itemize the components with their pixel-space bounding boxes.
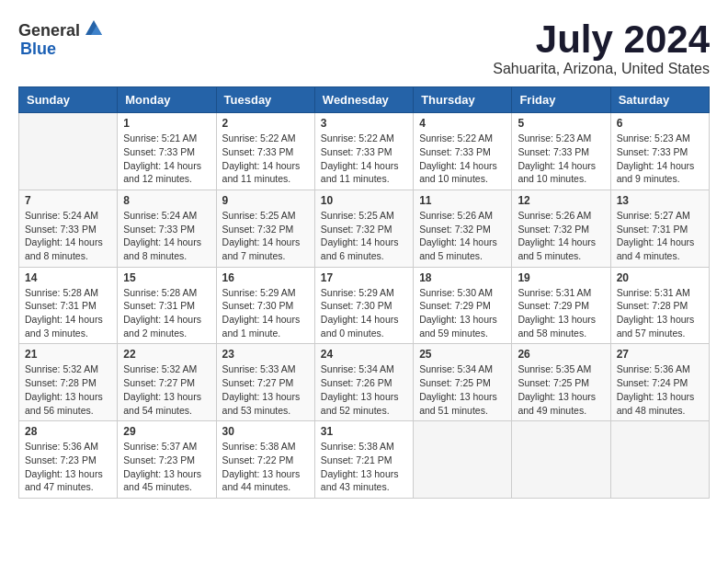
cell-content: Sunrise: 5:33 AM Sunset: 7:27 PM Dayligh… xyxy=(222,362,309,417)
day-number: 2 xyxy=(222,117,309,130)
day-number: 16 xyxy=(222,271,309,284)
calendar-cell: 21Sunrise: 5:32 AM Sunset: 7:28 PM Dayli… xyxy=(19,344,118,421)
cell-content: Sunrise: 5:24 AM Sunset: 7:33 PM Dayligh… xyxy=(25,209,111,263)
calendar-cell: 17Sunrise: 5:29 AM Sunset: 7:30 PM Dayli… xyxy=(314,267,413,344)
calendar-cell: 16Sunrise: 5:29 AM Sunset: 7:30 PM Dayli… xyxy=(216,267,314,344)
calendar-cell: 25Sunrise: 5:34 AM Sunset: 7:25 PM Dayli… xyxy=(414,344,512,421)
calendar-cell: 8Sunrise: 5:24 AM Sunset: 7:33 PM Daylig… xyxy=(118,190,216,267)
day-number: 4 xyxy=(419,117,506,130)
logo-blue: Blue xyxy=(20,40,56,59)
calendar-table: SundayMondayTuesdayWednesdayThursdayFrid… xyxy=(18,86,710,499)
calendar-cell: 14Sunrise: 5:28 AM Sunset: 7:31 PM Dayli… xyxy=(19,267,118,344)
page-header: General Blue July 2024 Sahuarita, Arizon… xyxy=(18,18,710,77)
day-number: 24 xyxy=(321,348,407,361)
calendar-week-5: 28Sunrise: 5:36 AM Sunset: 7:23 PM Dayli… xyxy=(19,421,710,499)
weekday-header-tuesday: Tuesday xyxy=(216,87,314,113)
day-number: 1 xyxy=(123,117,210,130)
calendar-cell: 28Sunrise: 5:36 AM Sunset: 7:23 PM Dayli… xyxy=(19,421,118,499)
calendar-cell: 24Sunrise: 5:34 AM Sunset: 7:26 PM Dayli… xyxy=(314,344,413,421)
calendar-cell: 12Sunrise: 5:26 AM Sunset: 7:32 PM Dayli… xyxy=(512,190,610,267)
day-number: 27 xyxy=(617,348,703,361)
calendar-cell: 4Sunrise: 5:22 AM Sunset: 7:33 PM Daylig… xyxy=(414,113,512,190)
calendar-cell: 11Sunrise: 5:26 AM Sunset: 7:32 PM Dayli… xyxy=(414,190,512,267)
calendar-cell: 26Sunrise: 5:35 AM Sunset: 7:25 PM Dayli… xyxy=(512,344,610,421)
weekday-header-sunday: Sunday xyxy=(19,87,118,113)
day-number: 22 xyxy=(123,348,210,361)
day-number: 28 xyxy=(25,425,111,438)
day-number: 19 xyxy=(518,271,604,284)
cell-content: Sunrise: 5:30 AM Sunset: 7:29 PM Dayligh… xyxy=(419,286,506,340)
cell-content: Sunrise: 5:34 AM Sunset: 7:26 PM Dayligh… xyxy=(321,362,407,417)
day-number: 31 xyxy=(321,425,407,438)
day-number: 23 xyxy=(222,348,309,361)
calendar-cell: 29Sunrise: 5:37 AM Sunset: 7:23 PM Dayli… xyxy=(118,421,216,499)
cell-content: Sunrise: 5:22 AM Sunset: 7:33 PM Dayligh… xyxy=(419,132,506,186)
calendar-cell: 18Sunrise: 5:30 AM Sunset: 7:29 PM Dayli… xyxy=(414,267,512,344)
calendar-week-4: 21Sunrise: 5:32 AM Sunset: 7:28 PM Dayli… xyxy=(19,344,710,421)
calendar-cell: 31Sunrise: 5:38 AM Sunset: 7:21 PM Dayli… xyxy=(314,421,413,499)
calendar-cell: 19Sunrise: 5:31 AM Sunset: 7:29 PM Dayli… xyxy=(512,267,610,344)
cell-content: Sunrise: 5:21 AM Sunset: 7:33 PM Dayligh… xyxy=(123,132,210,186)
day-number: 29 xyxy=(123,425,210,438)
day-number: 14 xyxy=(25,271,111,284)
cell-content: Sunrise: 5:29 AM Sunset: 7:30 PM Dayligh… xyxy=(222,286,309,340)
calendar-cell: 7Sunrise: 5:24 AM Sunset: 7:33 PM Daylig… xyxy=(19,190,118,267)
day-number: 26 xyxy=(518,348,604,361)
day-number: 10 xyxy=(321,194,407,207)
title-area: July 2024 Sahuarita, Arizona, United Sta… xyxy=(493,18,710,77)
cell-content: Sunrise: 5:31 AM Sunset: 7:29 PM Dayligh… xyxy=(518,286,604,340)
day-number: 11 xyxy=(419,194,506,207)
cell-content: Sunrise: 5:31 AM Sunset: 7:28 PM Dayligh… xyxy=(617,286,703,340)
cell-content: Sunrise: 5:29 AM Sunset: 7:30 PM Dayligh… xyxy=(321,286,407,340)
weekday-header-wednesday: Wednesday xyxy=(314,87,413,113)
cell-content: Sunrise: 5:36 AM Sunset: 7:23 PM Dayligh… xyxy=(25,440,111,494)
calendar-cell: 22Sunrise: 5:32 AM Sunset: 7:27 PM Dayli… xyxy=(118,344,216,421)
day-number: 17 xyxy=(321,271,407,284)
day-number: 3 xyxy=(321,117,407,130)
day-number: 7 xyxy=(25,194,111,207)
day-number: 15 xyxy=(123,271,210,284)
day-number: 21 xyxy=(25,348,111,361)
calendar-cell: 20Sunrise: 5:31 AM Sunset: 7:28 PM Dayli… xyxy=(610,267,709,344)
cell-content: Sunrise: 5:24 AM Sunset: 7:33 PM Dayligh… xyxy=(123,209,210,263)
calendar-week-3: 14Sunrise: 5:28 AM Sunset: 7:31 PM Dayli… xyxy=(19,267,710,344)
calendar-cell xyxy=(19,113,118,190)
day-number: 20 xyxy=(617,271,703,284)
cell-content: Sunrise: 5:26 AM Sunset: 7:32 PM Dayligh… xyxy=(419,209,506,263)
logo-icon xyxy=(84,18,104,43)
day-number: 30 xyxy=(222,425,309,438)
day-number: 13 xyxy=(617,194,703,207)
day-number: 9 xyxy=(222,194,309,207)
calendar-cell: 2Sunrise: 5:22 AM Sunset: 7:33 PM Daylig… xyxy=(216,113,314,190)
cell-content: Sunrise: 5:35 AM Sunset: 7:25 PM Dayligh… xyxy=(518,362,604,417)
day-number: 25 xyxy=(419,348,506,361)
cell-content: Sunrise: 5:32 AM Sunset: 7:27 PM Dayligh… xyxy=(123,362,210,417)
weekday-header-row: SundayMondayTuesdayWednesdayThursdayFrid… xyxy=(19,87,710,113)
calendar-cell: 9Sunrise: 5:25 AM Sunset: 7:32 PM Daylig… xyxy=(216,190,314,267)
weekday-header-thursday: Thursday xyxy=(414,87,512,113)
calendar-cell: 1Sunrise: 5:21 AM Sunset: 7:33 PM Daylig… xyxy=(118,113,216,190)
cell-content: Sunrise: 5:25 AM Sunset: 7:32 PM Dayligh… xyxy=(222,209,309,263)
cell-content: Sunrise: 5:22 AM Sunset: 7:33 PM Dayligh… xyxy=(222,132,309,186)
location-title: Sahuarita, Arizona, United States xyxy=(493,61,710,77)
calendar-cell xyxy=(610,421,709,499)
day-number: 5 xyxy=(518,117,604,130)
day-number: 8 xyxy=(123,194,210,207)
calendar-cell xyxy=(512,421,610,499)
logo: General Blue xyxy=(18,18,104,59)
calendar-cell: 3Sunrise: 5:22 AM Sunset: 7:33 PM Daylig… xyxy=(314,113,413,190)
cell-content: Sunrise: 5:23 AM Sunset: 7:33 PM Dayligh… xyxy=(518,132,604,186)
calendar-cell: 27Sunrise: 5:36 AM Sunset: 7:24 PM Dayli… xyxy=(610,344,709,421)
cell-content: Sunrise: 5:22 AM Sunset: 7:33 PM Dayligh… xyxy=(321,132,407,186)
cell-content: Sunrise: 5:25 AM Sunset: 7:32 PM Dayligh… xyxy=(321,209,407,263)
weekday-header-monday: Monday xyxy=(118,87,216,113)
calendar-cell xyxy=(414,421,512,499)
calendar-cell: 13Sunrise: 5:27 AM Sunset: 7:31 PM Dayli… xyxy=(610,190,709,267)
cell-content: Sunrise: 5:26 AM Sunset: 7:32 PM Dayligh… xyxy=(518,209,604,263)
cell-content: Sunrise: 5:37 AM Sunset: 7:23 PM Dayligh… xyxy=(123,440,210,494)
calendar-week-2: 7Sunrise: 5:24 AM Sunset: 7:33 PM Daylig… xyxy=(19,190,710,267)
calendar-week-1: 1Sunrise: 5:21 AM Sunset: 7:33 PM Daylig… xyxy=(19,113,710,190)
cell-content: Sunrise: 5:38 AM Sunset: 7:21 PM Dayligh… xyxy=(321,440,407,494)
cell-content: Sunrise: 5:27 AM Sunset: 7:31 PM Dayligh… xyxy=(617,209,703,263)
logo-general: General xyxy=(18,21,80,40)
